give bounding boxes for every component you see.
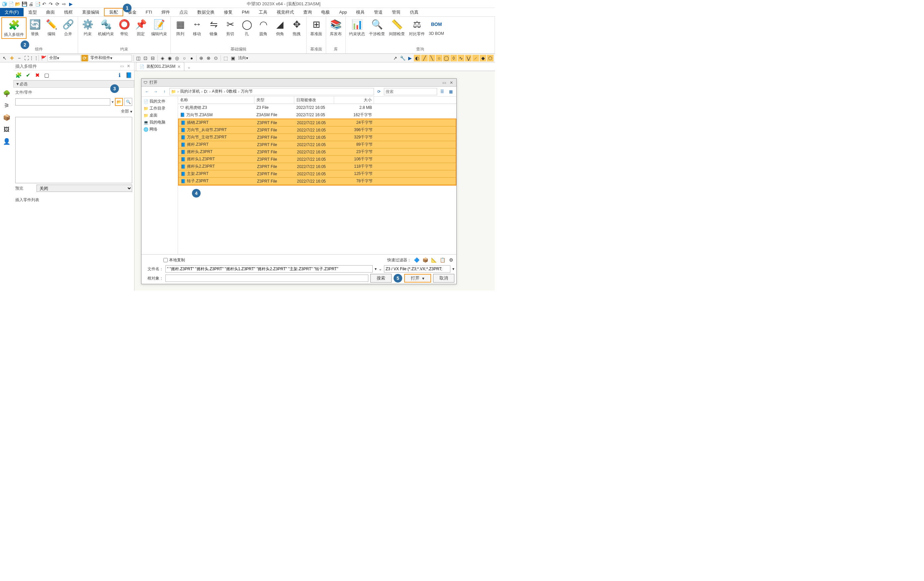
refresh-icon[interactable]: ⟳	[375, 88, 383, 95]
plus-icon[interactable]: ✚	[9, 55, 15, 61]
app-icon[interactable]: 🧊	[1, 1, 7, 7]
chamfer-button[interactable]: ◢倒角	[272, 17, 288, 38]
filter-combo[interactable]: 全部 ▾	[48, 55, 81, 61]
back-icon[interactable]: ←	[144, 88, 151, 95]
menu-tab-weld[interactable]: 焊件	[157, 8, 175, 16]
col-size[interactable]: 大小	[334, 97, 374, 104]
hole-button[interactable]: ◯孔	[238, 17, 255, 38]
merge-button[interactable]: 🔗合并	[60, 17, 76, 38]
expand-icon[interactable]: ⌄	[379, 267, 382, 271]
menu-tab-piping[interactable]: 管道	[370, 8, 387, 16]
array-button[interactable]: ▦阵列	[172, 17, 189, 38]
qf-ic4[interactable]: 📋	[439, 257, 446, 263]
belt-button[interactable]: ⭕带轮	[116, 17, 132, 38]
play2-icon[interactable]: ▶	[406, 55, 413, 61]
apply-icon[interactable]: ▢	[43, 71, 51, 79]
fix-button[interactable]: 📌固定	[132, 17, 149, 38]
tb-ic13[interactable]: ▣	[229, 55, 236, 61]
menu-tab-tubing[interactable]: 管筒	[387, 8, 405, 16]
print-icon[interactable]: 🖨	[28, 1, 34, 7]
refresh2-icon[interactable]: ⟳	[81, 55, 88, 61]
list-item[interactable]: 📘插销.Z3PRTZ3PRT File2022/7/22 16:0524千字节	[179, 119, 456, 127]
tb-ic12[interactable]: ⬚	[222, 55, 229, 61]
qf-ic5[interactable]: ⚙	[448, 257, 454, 263]
dropdown-icon[interactable]: ▾	[375, 267, 377, 271]
tb-ic6[interactable]: ◎	[174, 55, 180, 61]
tb-r10[interactable]: ◆	[480, 55, 486, 61]
menu-tab-fti[interactable]: FTI	[141, 8, 157, 16]
filetype-input[interactable]	[384, 265, 450, 273]
search-button[interactable]: 搜索	[370, 274, 392, 283]
tb-r1[interactable]: ◐	[414, 55, 421, 61]
selection-icon[interactable]: ⛶	[23, 55, 30, 61]
open-icon[interactable]: 📂	[15, 1, 21, 7]
file-list[interactable]	[15, 117, 132, 183]
bc-item[interactable]: D:	[204, 89, 208, 94]
drag-button[interactable]: ✥拖拽	[288, 17, 305, 38]
breadcrumb[interactable]: 📁 › 我的计算机› D:› A资料› 0数模› 万向节	[169, 88, 374, 95]
list-item[interactable]: 📘转子.Z3PRTZ3PRT File2022/7/22 16:0578千字节	[179, 178, 456, 185]
part-combo[interactable]: 零件和组件 ▾	[89, 55, 132, 61]
tree-icon[interactable]: 🌳	[2, 89, 11, 98]
hierarchy-icon[interactable]: ⚞	[2, 101, 11, 110]
menu-tab-electrode[interactable]: 电极	[317, 8, 335, 16]
ok-icon[interactable]: ✔	[24, 71, 32, 79]
list-item[interactable]: 📘万向节.Z3ASMZ3ASM File2022/7/22 16:05162千字…	[178, 111, 456, 119]
menu-tab-repair[interactable]: 修复	[219, 8, 237, 16]
list-item[interactable]: 📘摇杆头2.Z3PRTZ3PRT File2022/7/22 16:05118千…	[179, 163, 456, 170]
qf-ic3[interactable]: 📐	[431, 257, 437, 263]
new-icon[interactable]: 📄	[8, 1, 14, 7]
box-icon[interactable]: 📦	[2, 113, 11, 122]
menu-tab-direct-edit[interactable]: 直接编辑	[78, 8, 104, 16]
tb-r8[interactable]: ⋁	[465, 55, 472, 61]
view-list-icon[interactable]: ☰	[439, 88, 446, 95]
flag-icon[interactable]: 🚩	[40, 55, 47, 61]
refresh-icon[interactable]: ⟳	[54, 1, 61, 7]
print-preview-icon[interactable]: 📑	[35, 1, 41, 7]
tb-ic11[interactable]: ⊙	[213, 55, 219, 61]
menu-tab-mold[interactable]: 模具	[351, 8, 370, 16]
bom-button[interactable]: BOM3D BOM	[427, 17, 446, 36]
tb-r3[interactable]: ╲	[429, 55, 435, 61]
direction-combo[interactable]: 法向 ▾	[237, 55, 263, 61]
file-input[interactable]	[15, 98, 110, 105]
tb-r11[interactable]: ⬡	[487, 55, 493, 61]
close-icon[interactable]: ✕	[177, 64, 181, 69]
local-copy-checkbox[interactable]: 本地复制	[163, 257, 185, 263]
tb-ic9[interactable]: ⊕	[198, 55, 205, 61]
play-icon[interactable]: ▶	[68, 1, 74, 7]
document-tab[interactable]: 📄 装配001.Z3ASM ✕	[136, 62, 184, 71]
clearance-button[interactable]: 📏间隙检查	[387, 17, 407, 38]
up-icon[interactable]: ↑	[161, 88, 168, 95]
dots-icon[interactable]: ⋮⋮	[31, 55, 37, 61]
tb-ic10[interactable]: ⊗	[205, 55, 212, 61]
mech-constraint-button[interactable]: 🔩机械约束	[96, 17, 116, 38]
menu-tab-file[interactable]: 文件(F)	[0, 8, 23, 16]
forward-icon[interactable]: →	[152, 88, 159, 95]
compare-button[interactable]: ⚖对比零件	[407, 17, 427, 38]
tb-ic1[interactable]: ◫	[135, 55, 142, 61]
menu-tab-surface[interactable]: 曲面	[41, 8, 59, 16]
open-button[interactable]: 打开 ▾	[404, 274, 431, 283]
filename-input[interactable]	[165, 265, 373, 273]
undo-icon[interactable]: ↶	[41, 1, 47, 7]
fillet-button[interactable]: ◠圆角	[255, 17, 272, 38]
replace-button[interactable]: 🔄替换	[26, 17, 43, 38]
datum-button[interactable]: ⊞基准面	[308, 17, 325, 38]
list-item[interactable]: 📘万向节_从动节.Z3PRTZ3PRT File2022/7/22 16:053…	[179, 127, 456, 134]
constraint-button[interactable]: ⚙️约束	[79, 17, 96, 38]
qf-ic2[interactable]: 📦	[422, 257, 429, 263]
checkbox[interactable]	[163, 258, 168, 262]
tree-myfiles[interactable]: 📄我的文件	[142, 98, 177, 105]
dropdown-icon[interactable]: ▾	[130, 109, 132, 114]
bc-item[interactable]: 我的计算机	[180, 89, 200, 94]
edit-button[interactable]: ✏️编辑	[43, 17, 60, 38]
image-icon[interactable]: 🖼	[2, 125, 11, 134]
menu-tab-exchange[interactable]: 数据交换	[193, 8, 219, 16]
menu-tab-pmi[interactable]: PMI	[237, 8, 254, 16]
menu-tab-assembly[interactable]: 装配	[104, 8, 123, 16]
panel-close-icon[interactable]: ✕	[127, 64, 132, 69]
tree-desktop[interactable]: 📁桌面	[142, 112, 177, 119]
tb-ic5[interactable]: ◉	[167, 55, 173, 61]
move-button[interactable]: ↔移动	[189, 17, 205, 38]
